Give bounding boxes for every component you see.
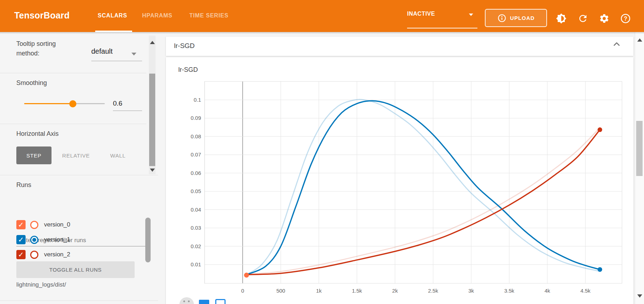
brightness-icon <box>556 13 567 24</box>
tab-time-series[interactable]: TIME SERIES <box>189 12 228 19</box>
upload-button-label: UPLOAD <box>510 15 535 21</box>
axis-mode-step[interactable]: STEP <box>16 146 52 164</box>
help-button[interactable]: ? <box>620 13 631 24</box>
svg-text:3k: 3k <box>469 288 474 294</box>
app-logo: TensorBoard <box>14 10 70 21</box>
axis-mode-relative[interactable]: RELATIVE <box>56 146 96 164</box>
sidebar-scrollbar-thumb[interactable] <box>149 74 155 166</box>
pin-card-button[interactable] <box>199 300 209 304</box>
scalar-chart-svg[interactable]: 05001k1.5k2k2.5k3k3.5k4k4.5k0.010.020.03… <box>163 59 635 304</box>
tab-hparams[interactable]: HPARAMS <box>142 12 172 19</box>
svg-text:1.5k: 1.5k <box>352 288 362 294</box>
svg-text:0.07: 0.07 <box>191 151 201 158</box>
caret-down-icon[interactable] <box>131 53 136 55</box>
run-row: ✓ version_2 <box>16 249 134 260</box>
smoothing-label: Smoothing <box>16 79 47 87</box>
svg-text:0: 0 <box>241 288 244 294</box>
run-checkbox[interactable]: ✓ <box>16 220 26 229</box>
info-icon <box>497 14 507 23</box>
tooltip-sorting-dropdown[interactable]: default <box>91 47 113 55</box>
scroll-down-arrow-icon[interactable] <box>637 294 642 298</box>
tab-scalars[interactable]: SCALARS <box>98 12 127 19</box>
run-radio[interactable] <box>30 221 38 229</box>
fullscreen-card-button[interactable] <box>215 299 226 304</box>
smoothing-slider-thumb[interactable] <box>69 100 76 107</box>
svg-text:500: 500 <box>276 288 285 294</box>
run-label: version_1 <box>44 236 70 243</box>
settings-button[interactable] <box>599 13 610 24</box>
svg-text:?: ? <box>624 16 627 22</box>
svg-text:2.5k: 2.5k <box>428 288 438 294</box>
axis-mode-wall[interactable]: WALL <box>103 146 133 164</box>
run-checkbox[interactable]: ✓ <box>16 250 26 259</box>
svg-text:4k: 4k <box>545 288 550 294</box>
toggle-all-runs-button[interactable]: TOGGLE ALL RUNS <box>16 261 135 278</box>
svg-text:2k: 2k <box>392 288 398 294</box>
svg-text:0.04: 0.04 <box>191 207 201 213</box>
svg-text:1k: 1k <box>316 288 322 294</box>
app-header: TensorBoard SCALARS HPARAMS TIME SERIES … <box>0 0 644 32</box>
smoothing-slider-track[interactable] <box>73 103 105 104</box>
divider <box>0 73 146 73</box>
run-radio[interactable] <box>30 236 38 244</box>
help-icon: ? <box>620 13 631 24</box>
horizontal-axis-label: Horizontal Axis <box>16 130 59 138</box>
svg-text:0.05: 0.05 <box>191 188 201 194</box>
scalar-group-card <box>166 37 633 56</box>
run-row: ✓ version_0 <box>16 219 134 230</box>
scalar-group-title: lr-SGD <box>174 42 195 50</box>
scroll-up-arrow-icon[interactable] <box>637 38 642 42</box>
tooltip-sorting-label: Tooltip sorting method: <box>16 39 80 58</box>
run-row: ✓ version_1 <box>16 234 134 245</box>
svg-text:0.03: 0.03 <box>191 225 201 231</box>
tooltip-sorting-value: default <box>91 47 113 55</box>
svg-text:3.5k: 3.5k <box>504 288 514 294</box>
run-label: version_2 <box>44 251 70 258</box>
brightness-toggle-button[interactable] <box>556 13 567 24</box>
refresh-icon <box>578 13 588 24</box>
run-checkbox[interactable]: ✓ <box>16 235 26 244</box>
status-dropdown-value: INACTIVE <box>407 11 435 17</box>
dot-icon <box>183 300 185 302</box>
runs-scrollbar-thumb[interactable] <box>145 218 151 262</box>
page-scrollbar-thumb[interactable] <box>636 121 643 176</box>
run-label: version_0 <box>44 221 70 228</box>
scroll-up-arrow-icon[interactable] <box>150 41 155 44</box>
svg-text:0.09: 0.09 <box>191 115 201 121</box>
svg-text:0.02: 0.02 <box>191 243 201 249</box>
active-tab-underline <box>95 31 132 32</box>
svg-text:0.06: 0.06 <box>191 170 201 176</box>
divider <box>0 124 146 124</box>
dot-icon <box>188 300 190 302</box>
divider <box>0 300 158 301</box>
sidebar: Tooltip sorting method: default Smoothin… <box>0 32 158 304</box>
caret-down-icon <box>469 14 473 16</box>
smoothing-slider-track-active[interactable] <box>24 103 73 104</box>
divider <box>0 175 158 175</box>
header-shadow <box>0 32 644 34</box>
svg-text:4.5k: 4.5k <box>580 288 591 294</box>
chevron-up-icon <box>612 39 622 49</box>
svg-text:0.08: 0.08 <box>191 133 201 139</box>
upload-button[interactable]: UPLOAD <box>485 9 547 27</box>
collapse-group-button[interactable] <box>610 38 623 50</box>
status-dropdown[interactable]: INACTIVE <box>407 11 477 27</box>
gear-icon <box>599 13 610 24</box>
svg-text:0.1: 0.1 <box>194 97 201 103</box>
refresh-button[interactable] <box>577 13 589 24</box>
log-directory-path: lightning_logs/dist/ <box>16 281 66 288</box>
runs-label: Runs <box>16 181 31 189</box>
svg-text:0.01: 0.01 <box>191 261 201 267</box>
scroll-down-arrow-icon[interactable] <box>150 169 155 172</box>
run-radio[interactable] <box>30 251 38 259</box>
smoothing-value[interactable]: 0.6 <box>113 100 122 107</box>
